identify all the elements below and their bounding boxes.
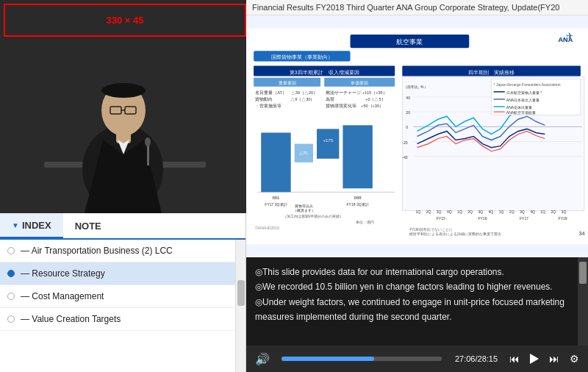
svg-rect-11 <box>147 143 149 165</box>
svg-text:（加工内は第3四半期分のみの実績）: （加工内は第3四半期分のみの実績） <box>283 214 344 218</box>
index-item-1[interactable]: — Air Transportation Business (2) LCC <box>0 240 235 262</box>
svg-rect-39 <box>317 129 339 158</box>
svg-text:3Q: 3Q <box>520 210 525 214</box>
svg-text:3Q: 3Q <box>437 210 442 214</box>
svg-text:-40: -40 <box>402 155 407 160</box>
item-dot-1 <box>7 247 15 254</box>
notes-scrollbar[interactable] <box>578 257 588 346</box>
play-button[interactable] <box>527 352 542 365</box>
svg-text:貨物環境変化等　+50（+30）: 貨物環境変化等 +50（+30） <box>326 103 384 109</box>
svg-text:4Q: 4Q <box>530 210 535 214</box>
svg-text:3Q: 3Q <box>478 210 483 214</box>
progress-bar-fill <box>282 357 374 361</box>
svg-text:4Q: 4Q <box>447 210 452 214</box>
svg-text:1Q: 1Q <box>415 210 420 214</box>
volume-button[interactable]: 🔊 <box>252 351 273 368</box>
svg-text:四半期別　実績推移: 四半期別 実績推移 <box>468 70 514 76</box>
svg-text:©ANAHD2019: ©ANAHD2019 <box>255 226 279 230</box>
svg-text:881: 881 <box>272 196 280 200</box>
item-text-4: — Value Creation Targets <box>21 314 228 324</box>
svg-text:貨物動向　　　　△9（△30）: 貨物動向 △9（△30） <box>255 97 315 102</box>
index-list: — Air Transportation Business (2) LCC — … <box>0 240 235 331</box>
skip-forward-icon: ⏭ <box>549 353 559 365</box>
index-scrolltrack[interactable] <box>235 240 245 372</box>
item-dot-2 <box>7 270 15 277</box>
svg-text:ANA日本発出入量量: ANA日本発出入量量 <box>506 98 539 102</box>
notes-text: ◎This slide provides data for our intern… <box>246 257 578 346</box>
svg-text:FY160前年比でないことに: FY160前年比でないことに <box>409 227 452 232</box>
svg-rect-34 <box>261 132 290 192</box>
volume-icon: 🔊 <box>255 352 270 366</box>
skip-back-icon: ⏮ <box>509 353 520 365</box>
item-dot-3 <box>7 293 15 300</box>
svg-text:1Q: 1Q <box>457 210 462 214</box>
note-line-2: ◎We recorded 10.5 billion yen in change … <box>255 279 569 294</box>
svg-text:単位：億円: 単位：億円 <box>356 220 374 224</box>
svg-text:航空事業: 航空事業 <box>396 38 423 46</box>
svg-text:△70: △70 <box>299 151 308 155</box>
svg-point-12 <box>145 137 151 146</box>
note-line-3: ◎Under weight factors, we continued to e… <box>255 295 569 325</box>
svg-text:✈: ✈ <box>566 31 573 41</box>
svg-text:FY17: FY17 <box>520 216 528 221</box>
video-placeholder-box: 330 × 45 <box>4 4 246 37</box>
svg-text:1Q: 1Q <box>499 210 504 214</box>
svg-text:FY15: FY15 <box>437 216 445 221</box>
svg-text:FY18 3Q累計: FY18 3Q累計 <box>347 202 369 207</box>
skip-forward-button[interactable]: ⏭ <box>546 351 562 366</box>
progress-bar[interactable] <box>282 357 442 361</box>
slide-header-text: Financial Results FY2018 Third Quarter A… <box>252 3 559 12</box>
svg-rect-43 <box>343 125 372 188</box>
svg-text:FY18: FY18 <box>559 216 567 221</box>
tab-index-label: INDEX <box>22 220 51 231</box>
item-text-1: — Air Transportation Business (2) LCC <box>21 246 228 256</box>
svg-text:燃油サーチャージ +115（+35）: 燃油サーチャージ +115（+35） <box>326 90 387 96</box>
index-item-4[interactable]: — Value Creation Targets <box>0 308 235 331</box>
svg-text:988: 988 <box>354 196 362 200</box>
svg-text:+175: +175 <box>323 138 333 143</box>
play-icon <box>530 354 539 364</box>
svg-text:（概算ます）: （概算ます） <box>293 208 315 212</box>
item-dot-4 <box>7 315 15 323</box>
tab-note[interactable]: NOTE <box>63 213 113 238</box>
settings-icon: ⚙ <box>570 353 579 365</box>
skip-back-button[interactable]: ⏮ <box>506 351 523 366</box>
settings-button[interactable]: ⚙ <box>567 351 582 366</box>
svg-text:* Japan Aircargo Forwarders As: * Japan Aircargo Forwarders Association <box>494 82 561 87</box>
svg-text:0: 0 <box>406 125 408 129</box>
svg-text:国際貨物事業（事業動向）: 国際貨物事業（事業動向） <box>271 54 333 60</box>
svg-text:40: 40 <box>406 96 410 100</box>
item-text-2: — Resource Strategy <box>21 268 228 279</box>
index-scrollthumb[interactable] <box>237 280 245 306</box>
svg-text:34: 34 <box>579 231 585 236</box>
slide-header: Financial Results FY2018 Third Quarter A… <box>246 0 588 15</box>
tab-index-chevron: ▼ <box>12 221 19 229</box>
svg-text:・営業施策等: ・営業施策等 <box>255 104 282 108</box>
svg-text:1Q: 1Q <box>540 210 545 214</box>
notes-scroll-wrap: ◎This slide provides data for our intern… <box>246 257 588 346</box>
svg-text:為替　　　　　　　+0（△5）: 為替 +0（△5） <box>326 97 385 102</box>
tabs-bar: ▼ INDEX NOTE <box>0 213 245 240</box>
index-list-outer: — Air Transportation Business (2) LCC — … <box>0 240 245 372</box>
tab-index[interactable]: ▼ INDEX <box>0 213 63 238</box>
svg-text:3Q: 3Q <box>562 210 567 214</box>
svg-text:20: 20 <box>406 110 410 115</box>
svg-text:第3四半期累計　収入増減要因: 第3四半期累計 収入増減要因 <box>290 69 359 76</box>
svg-text:-20: -20 <box>402 140 407 145</box>
notes-scroll-thumb[interactable] <box>579 262 587 284</box>
index-item-2[interactable]: — Resource Strategy <box>0 262 235 285</box>
svg-text:FY16: FY16 <box>478 216 487 221</box>
svg-text:単価要因: 単価要因 <box>351 81 368 85</box>
video-person <box>0 37 246 213</box>
svg-text:重量要因: 重量要因 <box>279 81 296 85</box>
tab-note-label: NOTE <box>75 221 101 232</box>
svg-text:2Q: 2Q <box>467 210 473 214</box>
svg-text:ANA全体出量量: ANA全体出量量 <box>506 105 532 110</box>
svg-text:名目重量（AT）　△39（△20）: 名目重量（AT） △39（△20） <box>255 90 318 96</box>
time-display: 27:06/28:15 <box>451 354 502 363</box>
svg-text:2Q: 2Q <box>551 210 556 214</box>
slide-area: ANA ✈ 航空事業 国際貨物事業（事業動向） 第3四半期累計 収入増減要因 四… <box>246 15 588 257</box>
index-item-3[interactable]: — Cost Management <box>0 285 235 308</box>
slide-content: ANA ✈ 航空事業 国際貨物事業（事業動向） 第3四半期累計 収入増減要因 四… <box>246 15 588 257</box>
index-list-scroll[interactable]: — Air Transportation Business (2) LCC — … <box>0 240 235 372</box>
